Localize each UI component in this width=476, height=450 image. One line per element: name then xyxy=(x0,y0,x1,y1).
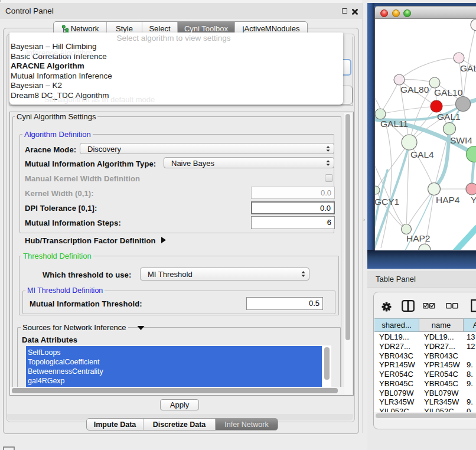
svg-text:HAP2: HAP2 xyxy=(406,233,431,243)
svg-text:SWI4: SWI4 xyxy=(450,135,472,145)
svg-text:GCY1: GCY1 xyxy=(375,197,399,207)
svg-text:GAL4: GAL4 xyxy=(410,149,434,159)
svg-text:Y: Y xyxy=(471,195,476,205)
svg-text:GAL80: GAL80 xyxy=(400,84,429,94)
svg-text:GAL11: GAL11 xyxy=(380,119,408,129)
svg-text:GAL: GAL xyxy=(460,63,476,73)
svg-text:GAL1: GAL1 xyxy=(437,112,461,122)
svg-text:HAP4: HAP4 xyxy=(436,195,460,205)
svg-text:GAL10: GAL10 xyxy=(434,87,463,97)
